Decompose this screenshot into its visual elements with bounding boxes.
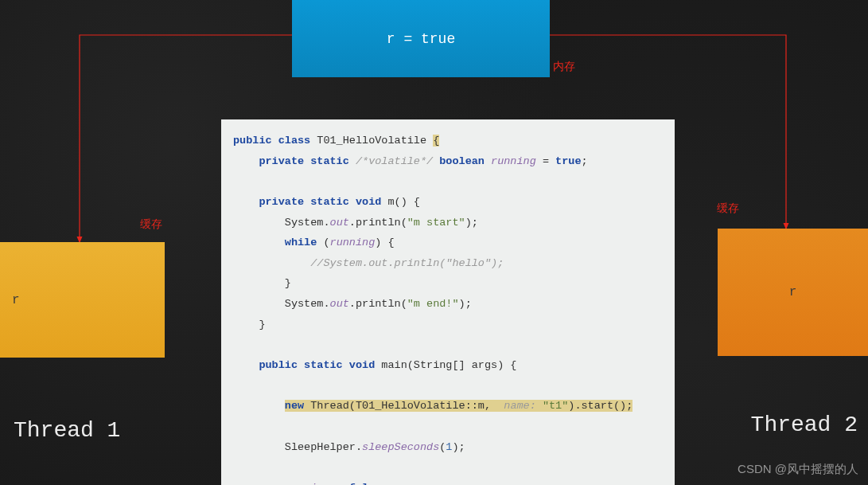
- cache-left-box: r: [0, 242, 165, 358]
- code-line-blank-1: [221, 171, 675, 192]
- code-line-12: SleepHelper.sleepSeconds(1);: [221, 437, 675, 458]
- code-panel: public class T01_HelloVolatile { private…: [221, 119, 675, 485]
- code-line-blank-5: [221, 457, 675, 478]
- code-line-6: //System.out.println("hello");: [221, 253, 675, 274]
- code-line-blank-3: [221, 376, 675, 397]
- cache-right-label: 缓存: [717, 201, 739, 216]
- cache-left-label: 缓存: [140, 217, 162, 232]
- memory-value: r = true: [387, 31, 455, 47]
- code-line-7: }: [221, 273, 675, 294]
- code-line-3: private static void m() {: [221, 192, 675, 213]
- code-line-blank-4: [221, 417, 675, 437]
- cache-left-value: r: [12, 293, 20, 307]
- cache-right-value: r: [789, 285, 797, 299]
- code-line-1: public class T01_HelloVolatile {: [221, 131, 675, 151]
- code-line-blank-2: [221, 334, 675, 355]
- thread-2-label: Thread 2: [751, 413, 858, 437]
- code-line-4: System.out.println("m start");: [221, 213, 675, 233]
- code-line-2: private static /*volatile*/ boolean runn…: [221, 151, 675, 172]
- code-line-8: System.out.println("m end!");: [221, 294, 675, 315]
- memory-box: r = true: [292, 0, 550, 77]
- code-line-10: public static void main(String[] args) {: [221, 355, 675, 376]
- watermark: CSDN @风中摇摆的人: [738, 462, 858, 477]
- code-line-9: }: [221, 315, 675, 335]
- thread-1-label: Thread 1: [14, 418, 120, 443]
- code-line-11: new Thread(T01_HelloVolatile::m, name: "…: [221, 396, 675, 417]
- cache-right-box: r: [718, 229, 868, 356]
- code-line-5: while (running) {: [221, 233, 675, 253]
- memory-label: 内存: [553, 60, 575, 74]
- code-line-13: running = false;: [221, 478, 675, 485]
